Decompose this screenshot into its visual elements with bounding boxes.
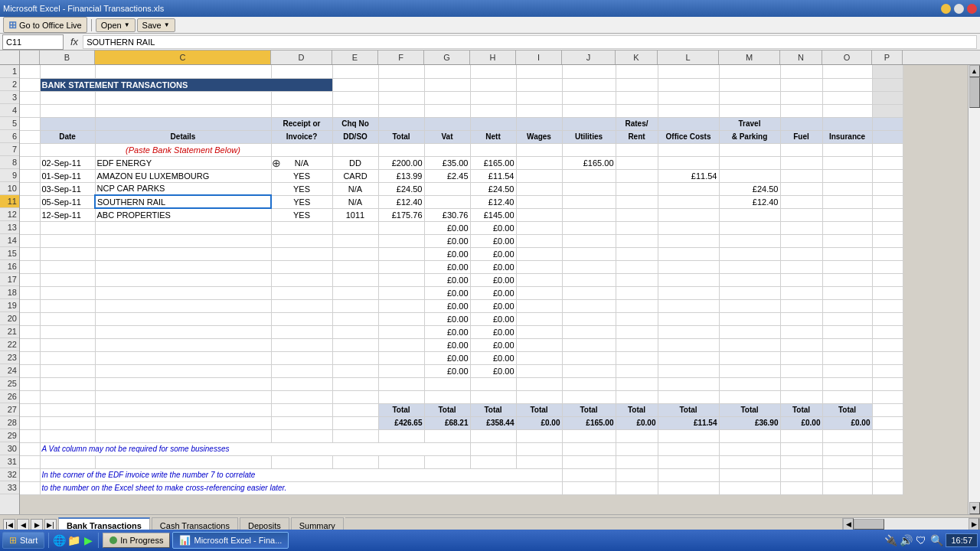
cell-k7[interactable] bbox=[616, 143, 658, 156]
cell-k4[interactable] bbox=[616, 104, 658, 117]
row-num-7[interactable]: 7 bbox=[0, 143, 19, 156]
cell-p18[interactable] bbox=[872, 286, 903, 299]
cell-b21[interactable] bbox=[40, 325, 95, 338]
cell-d13[interactable] bbox=[271, 221, 332, 234]
cell-j12[interactable] bbox=[562, 208, 616, 221]
cell-g11[interactable] bbox=[424, 195, 470, 208]
cell-m14[interactable] bbox=[719, 234, 780, 247]
cell-k11[interactable] bbox=[616, 195, 658, 208]
cell-o29[interactable] bbox=[822, 429, 872, 442]
cell-l20[interactable] bbox=[658, 312, 719, 325]
cell-o11[interactable] bbox=[822, 195, 872, 208]
cell-i5-wages[interactable] bbox=[516, 117, 562, 130]
cell-k13[interactable] bbox=[616, 221, 658, 234]
cell-a2[interactable] bbox=[20, 78, 40, 91]
cell-c10-details[interactable]: NCP CAR PARKS bbox=[95, 182, 271, 195]
cell-d1[interactable] bbox=[271, 65, 332, 78]
cell-n12[interactable] bbox=[780, 208, 822, 221]
cell-o21[interactable] bbox=[822, 325, 872, 338]
cell-a28[interactable] bbox=[20, 416, 40, 429]
cell-n28-val[interactable]: £0.00 bbox=[780, 416, 822, 429]
cell-l27-total[interactable]: Total bbox=[658, 403, 719, 416]
cell-n23[interactable] bbox=[780, 351, 822, 364]
cell-i16[interactable] bbox=[516, 260, 562, 273]
cell-m2[interactable] bbox=[719, 78, 780, 91]
cell-d19[interactable] bbox=[271, 299, 332, 312]
cell-f14[interactable] bbox=[378, 234, 424, 247]
cell-h13[interactable]: £0.00 bbox=[470, 221, 516, 234]
cell-l28-val[interactable]: £11.54 bbox=[658, 416, 719, 429]
cell-f21[interactable] bbox=[378, 325, 424, 338]
cell-e12-chq[interactable]: 1011 bbox=[332, 208, 378, 221]
cell-m6-travel2[interactable]: & Parking bbox=[719, 130, 780, 143]
cell-d12-receipt[interactable]: YES bbox=[271, 208, 332, 221]
cell-a29[interactable] bbox=[20, 429, 40, 442]
cell-m18[interactable] bbox=[719, 286, 780, 299]
cell-g27-total[interactable]: Total bbox=[424, 403, 470, 416]
cell-c5-details[interactable] bbox=[95, 117, 271, 130]
cell-c20[interactable] bbox=[95, 312, 271, 325]
ql-folder-icon[interactable]: 📁 bbox=[67, 534, 80, 546]
cell-l18[interactable] bbox=[658, 286, 719, 299]
cell-j32[interactable] bbox=[562, 468, 616, 481]
cell-p9[interactable] bbox=[872, 169, 903, 182]
cell-reference-box[interactable]: C11 bbox=[2, 34, 64, 50]
cell-e7[interactable] bbox=[332, 143, 378, 156]
cell-f27-total[interactable]: Total bbox=[378, 403, 424, 416]
cell-c25[interactable] bbox=[95, 377, 271, 390]
cell-a31[interactable] bbox=[20, 455, 40, 468]
row-num-20[interactable]: 20 bbox=[0, 312, 19, 325]
cell-o13[interactable] bbox=[822, 221, 872, 234]
cell-g7[interactable] bbox=[424, 143, 470, 156]
save-btn[interactable]: Save ▼ bbox=[137, 18, 175, 32]
row-num-19[interactable]: 19 bbox=[0, 299, 19, 312]
cell-a19[interactable] bbox=[20, 299, 40, 312]
cell-g23[interactable]: £0.00 bbox=[424, 351, 470, 364]
cell-h8-nett[interactable]: £165.00 bbox=[470, 156, 516, 169]
cell-g6-vat[interactable]: Vat bbox=[424, 130, 470, 143]
cell-a25[interactable] bbox=[20, 377, 40, 390]
cell-c29[interactable] bbox=[95, 429, 271, 442]
cell-b2-title[interactable]: BANK STATEMENT TRANSACTIONS bbox=[40, 78, 332, 91]
cell-o33[interactable] bbox=[822, 481, 872, 494]
tray-network-icon[interactable]: 🔌 bbox=[884, 534, 897, 546]
cell-i31[interactable] bbox=[516, 455, 562, 468]
cell-d7[interactable] bbox=[271, 143, 332, 156]
cell-f18[interactable] bbox=[378, 286, 424, 299]
row-num-5[interactable]: 5 bbox=[0, 117, 19, 130]
cell-d8-receipt[interactable]: ⊕N/A bbox=[271, 156, 332, 169]
cell-i25[interactable] bbox=[516, 377, 562, 390]
ql-ie-icon[interactable]: 🌐 bbox=[53, 534, 65, 546]
cell-j2[interactable] bbox=[562, 78, 616, 91]
cell-e11-chq[interactable]: N/A bbox=[332, 195, 378, 208]
hscroll-thumb[interactable] bbox=[854, 519, 884, 530]
cell-b9-date[interactable]: 01-Sep-11 bbox=[40, 169, 95, 182]
row-num-26[interactable]: 26 bbox=[0, 390, 19, 403]
cell-f25[interactable] bbox=[378, 377, 424, 390]
cell-o25[interactable] bbox=[822, 377, 872, 390]
cell-n27-total[interactable]: Total bbox=[780, 403, 822, 416]
cell-h31[interactable] bbox=[470, 455, 516, 468]
cell-d15[interactable] bbox=[271, 247, 332, 260]
cell-g14[interactable]: £0.00 bbox=[424, 234, 470, 247]
row-num-22[interactable]: 22 bbox=[0, 338, 19, 351]
excel-taskbar-btn[interactable]: 📊 Microsoft Excel - Fina... bbox=[172, 532, 289, 549]
cell-f3[interactable] bbox=[378, 91, 424, 104]
cell-i24[interactable] bbox=[516, 364, 562, 377]
vertical-scrollbar[interactable]: ▲ ▼ bbox=[968, 65, 980, 514]
cell-n1[interactable] bbox=[780, 65, 822, 78]
cell-b32-note2[interactable]: In the corner of the EDF invoice write t… bbox=[40, 468, 562, 481]
cell-o5-insurance[interactable] bbox=[822, 117, 872, 130]
cell-d31[interactable] bbox=[271, 455, 332, 468]
cell-n9[interactable] bbox=[780, 169, 822, 182]
cell-j26[interactable] bbox=[562, 390, 616, 403]
row-num-1[interactable]: 1 bbox=[0, 65, 19, 78]
cell-a6[interactable] bbox=[20, 130, 40, 143]
cell-c8-details[interactable]: EDF ENERGY bbox=[95, 156, 271, 169]
cell-b18[interactable] bbox=[40, 286, 95, 299]
row-num-31[interactable]: 31 bbox=[0, 455, 19, 468]
row-num-27[interactable]: 27 bbox=[0, 403, 19, 416]
row-num-33[interactable]: 33 bbox=[0, 481, 19, 494]
cell-m8[interactable] bbox=[719, 156, 780, 169]
cell-j10[interactable] bbox=[562, 182, 616, 195]
